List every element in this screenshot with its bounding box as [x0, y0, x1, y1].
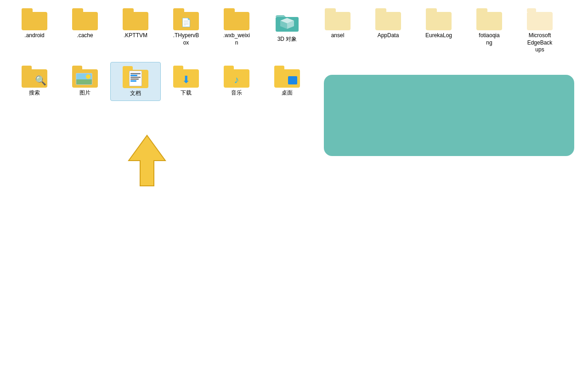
folder-search-label: 搜索 — [29, 89, 40, 97]
folder-music-label: 音乐 — [231, 89, 242, 97]
folder-appdata-label: AppData — [378, 32, 399, 39]
folder-kpttvm-label: .KPTTVM — [124, 32, 147, 39]
folder-cache[interactable]: .cache — [60, 5, 110, 57]
folder-ansel[interactable]: ansel — [312, 5, 363, 57]
folder-android-label: .android — [24, 32, 44, 39]
folder-thypervbox-label: .THypervBox — [173, 32, 199, 46]
folder-eurekalog-label: EurekaLog — [425, 32, 452, 39]
folder-eurekalog[interactable]: EurekaLog — [413, 5, 464, 57]
folder-fotiaoqiang-label: fotiaoqiang — [479, 32, 499, 46]
folder-pictures[interactable]: 图片 — [60, 62, 110, 101]
folder-3d-label: 3D 对象 — [277, 36, 297, 43]
folder-wxb-label: .wxb_weixin — [223, 32, 250, 46]
folder-documents[interactable]: 文档 — [110, 62, 161, 101]
folder-microsoftedge-label: MicrosoftEdgeBackups — [527, 32, 553, 54]
folder-appdata[interactable]: AppData — [363, 5, 413, 57]
teal-annotation-box — [324, 75, 574, 156]
folder-ansel-label: ansel — [331, 32, 345, 39]
folder-desktop[interactable]: 桌面 — [262, 62, 312, 101]
folder-android[interactable]: .android — [9, 5, 60, 57]
folder-microsoftedge[interactable]: MicrosoftEdgeBackups — [514, 5, 565, 57]
row1-files: .android .cache .KPTTVM 📄 .THypervBox .w… — [0, 0, 588, 60]
folder-cache-label: .cache — [77, 32, 93, 39]
folder-downloads[interactable]: ⬇ 下载 — [161, 62, 211, 101]
folder-pictures-label: 图片 — [79, 89, 90, 97]
folder-music[interactable]: ♪ 音乐 — [211, 62, 262, 101]
folder-thypervbox[interactable]: 📄 .THypervBox — [161, 5, 211, 57]
folder-3d[interactable]: 3D 对象 — [262, 5, 312, 57]
folder-downloads-label: 下载 — [181, 89, 192, 97]
folder-kpttvm[interactable]: .KPTTVM — [110, 5, 161, 57]
folder-search[interactable]: 🔍 搜索 — [9, 62, 60, 101]
folder-desktop-label: 桌面 — [282, 89, 293, 97]
svg-marker-5 — [129, 135, 165, 186]
folder-wxb[interactable]: .wxb_weixin — [211, 5, 262, 57]
folder-fotiaoqiang[interactable]: fotiaoqiang — [464, 5, 514, 57]
folder-documents-label: 文档 — [130, 90, 141, 97]
annotation-arrow — [117, 122, 181, 195]
3d-icon — [275, 9, 300, 34]
